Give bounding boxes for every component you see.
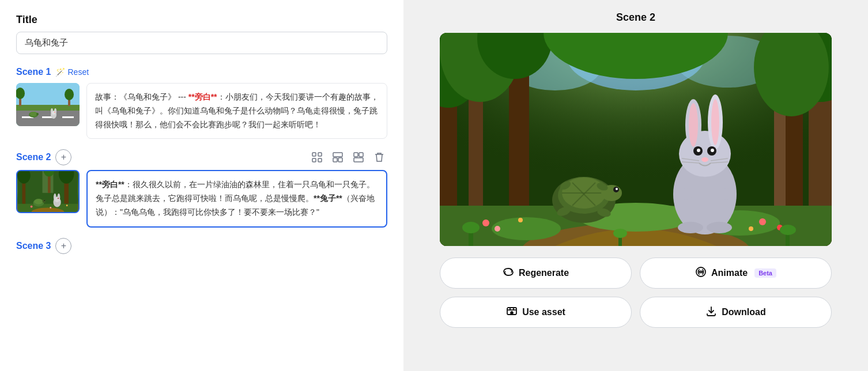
svg-point-89 [616, 188, 618, 190]
svg-point-17 [54, 112, 55, 113]
scene1-thumbnail[interactable] [16, 83, 80, 126]
svg-point-42 [44, 200, 45, 202]
grid-icon-button[interactable] [309, 149, 325, 165]
delete-icon-button[interactable] [371, 149, 387, 165]
svg-rect-21 [318, 158, 322, 162]
title-section: Title [16, 14, 387, 67]
download-label: Download [722, 307, 765, 317]
svg-point-114 [462, 222, 480, 233]
scene3-label: Scene 3 [16, 241, 51, 251]
scene3-header: Scene 3 + [16, 238, 387, 254]
use-asset-label: Use asset [522, 307, 565, 317]
reset-button[interactable]: 🪄 Reset [55, 67, 89, 77]
svg-point-72 [492, 217, 561, 240]
layout-icon-button[interactable] [330, 149, 346, 165]
svg-rect-19 [312, 158, 316, 162]
reset-icon: 🪄 [55, 67, 65, 77]
svg-point-99 [711, 99, 719, 145]
scene2-add-button[interactable]: + [55, 149, 71, 165]
download-button[interactable]: Download [640, 297, 832, 328]
svg-point-112 [717, 188, 733, 200]
svg-point-12 [36, 113, 39, 115]
svg-point-110 [707, 222, 732, 233]
left-panel: Title Scene 1 🪄 Reset [0, 0, 403, 371]
beta-badge: Beta [754, 268, 776, 278]
svg-point-78 [759, 218, 766, 225]
svg-point-16 [52, 111, 55, 115]
scene2-header: Scene 2 + [16, 149, 71, 165]
scene1-label: Scene 1 [16, 67, 51, 77]
scene2-actions-row: Scene 2 + [16, 149, 387, 165]
scene3-add-button[interactable]: + [55, 238, 71, 254]
download-icon [705, 305, 717, 319]
svg-rect-23 [333, 158, 337, 162]
svg-point-119 [696, 267, 705, 277]
scene1-row: 故事：《乌龟和兔子》 --- **旁白**：小朋友们，今天我们要讲一个有趣的故事… [16, 83, 387, 139]
svg-point-46 [54, 197, 59, 202]
scene2-row: **旁白**：很久很久以前，在一片绿油油的森林里，住着一只乌龟和一只兔子。兔子总… [16, 170, 387, 227]
svg-point-80 [749, 226, 753, 231]
svg-rect-26 [359, 153, 363, 157]
animate-label: Animate [711, 268, 748, 278]
use-asset-button[interactable]: Use asset [440, 297, 632, 328]
scene2-thumbnail[interactable] [16, 170, 80, 213]
title-input[interactable] [16, 32, 387, 54]
animate-icon [695, 266, 707, 280]
scene2-text[interactable]: **旁白**：很久很久以前，在一片绿油油的森林里，住着一只乌龟和一只兔子。兔子总… [86, 170, 387, 227]
svg-point-50 [66, 205, 68, 207]
title-label: Title [16, 14, 387, 26]
svg-rect-25 [354, 153, 358, 157]
scene2-label: Scene 2 [16, 152, 51, 162]
svg-point-109 [678, 222, 703, 233]
svg-point-77 [518, 218, 523, 222]
svg-point-11 [30, 112, 37, 116]
svg-rect-18 [312, 153, 316, 156]
scene1-text[interactable]: 故事：《乌龟和兔子》 --- **旁白**：小朋友们，今天我们要讲一个有趣的故事… [86, 83, 387, 139]
right-panel: Scene 2 [403, 0, 868, 371]
svg-point-51 [50, 207, 51, 209]
main-scene-image [440, 33, 832, 246]
svg-point-118 [613, 229, 627, 238]
right-panel-title: Scene 2 [616, 12, 655, 24]
svg-rect-22 [333, 153, 342, 157]
scene1-header: Scene 1 🪄 Reset [16, 67, 387, 77]
animate-button[interactable]: Animate Beta [640, 258, 832, 289]
use-asset-icon [506, 305, 518, 319]
svg-point-48 [58, 198, 59, 199]
svg-point-41 [43, 200, 46, 203]
svg-point-40 [34, 199, 43, 205]
svg-rect-24 [338, 158, 342, 162]
regenerate-button[interactable]: Regenerate [440, 258, 632, 289]
svg-point-111 [677, 188, 693, 200]
svg-point-97 [689, 103, 698, 147]
svg-rect-4 [62, 116, 74, 118]
svg-point-49 [31, 206, 33, 208]
svg-point-101 [697, 149, 700, 152]
svg-point-75 [482, 219, 489, 226]
action-buttons-grid: Regenerate Animate Beta [440, 258, 832, 328]
svg-point-104 [701, 157, 708, 162]
svg-rect-27 [354, 158, 363, 162]
reset-label: Reset [67, 67, 89, 77]
svg-point-116 [780, 225, 796, 235]
split-icon-button[interactable] [350, 149, 367, 165]
svg-rect-20 [318, 153, 322, 156]
svg-point-121 [511, 312, 513, 314]
regenerate-label: Regenerate [519, 268, 569, 278]
scene2-icon-group [309, 149, 387, 165]
regenerate-icon [503, 266, 514, 280]
svg-point-9 [65, 89, 74, 100]
svg-point-76 [495, 226, 500, 232]
svg-point-103 [711, 149, 714, 152]
